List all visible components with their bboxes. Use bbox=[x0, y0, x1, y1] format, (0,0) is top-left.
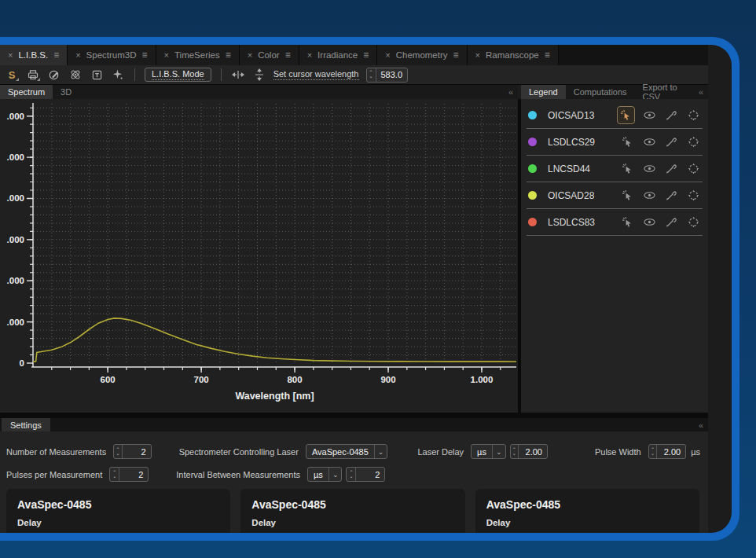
app-window: ×L.I.B.S.≡×Spectrum3D≡×TimeSeries≡×Color… bbox=[0, 45, 732, 533]
spectrometer-card[interactable]: AvaSpec-0485Delay bbox=[475, 489, 699, 533]
svg-text:.000: .000 bbox=[7, 193, 24, 203]
visibility-icon[interactable] bbox=[642, 188, 657, 203]
visibility-icon[interactable] bbox=[642, 161, 657, 176]
stepper-arrows-icon[interactable]: ⌃⌄ bbox=[367, 68, 376, 82]
spectrometer-card[interactable]: AvaSpec-0485Delay bbox=[240, 489, 464, 533]
stepper-arrows-icon[interactable]: ⌃⌄ bbox=[649, 445, 657, 458]
laser-delay-unit-select[interactable]: µs ⌄ bbox=[471, 444, 505, 459]
collapse-panel-icon[interactable]: « bbox=[508, 87, 513, 97]
libs-mode-button[interactable]: L.I.B.S. Mode bbox=[145, 68, 211, 82]
close-icon[interactable]: × bbox=[164, 50, 169, 60]
document-tab-color[interactable]: ×Color≡ bbox=[240, 45, 299, 65]
eyedropper-icon[interactable] bbox=[664, 161, 679, 176]
series-color-dot bbox=[528, 111, 537, 119]
highlight-icon[interactable] bbox=[620, 134, 635, 149]
highlight-icon[interactable] bbox=[620, 215, 635, 229]
number-of-measurements-stepper[interactable]: ⌃⌄ 2 bbox=[113, 444, 151, 459]
card-subtitle: Delay bbox=[17, 518, 219, 527]
text-label-icon[interactable] bbox=[90, 68, 104, 82]
visibility-icon[interactable] bbox=[642, 134, 657, 149]
stepper-arrows-icon[interactable]: ⌃⌄ bbox=[347, 468, 356, 481]
eyedropper-icon[interactable] bbox=[664, 134, 679, 149]
close-icon[interactable]: × bbox=[385, 50, 390, 60]
menu-icon[interactable]: ≡ bbox=[142, 50, 148, 61]
document-tab-libs[interactable]: ×L.I.B.S.≡ bbox=[0, 45, 68, 65]
distribute-vertical-icon[interactable] bbox=[252, 68, 266, 82]
tab-export-to-csv[interactable]: Export to CSV bbox=[635, 85, 699, 99]
interval-unit-select[interactable]: µs ⌄ bbox=[307, 467, 342, 482]
svg-text:Wavelength [nm]: Wavelength [nm] bbox=[235, 391, 314, 402]
document-tab-chemometry[interactable]: ×Chemometry≡ bbox=[377, 45, 467, 65]
autoscale-icon[interactable] bbox=[686, 161, 701, 176]
close-icon[interactable]: × bbox=[475, 50, 480, 60]
highlight-icon[interactable] bbox=[620, 161, 635, 176]
tab-3d[interactable]: 3D bbox=[53, 85, 79, 99]
s-mode-icon[interactable]: S bbox=[5, 68, 19, 82]
chevron-down-icon: ⌄ bbox=[374, 445, 387, 458]
collapse-panel-icon[interactable]: « bbox=[699, 420, 703, 430]
spectrometer-controlling-laser-label: Spectrometer Controlling Laser bbox=[179, 447, 299, 457]
atom-icon[interactable] bbox=[68, 68, 83, 82]
eyedropper-icon[interactable] bbox=[664, 215, 679, 229]
document-tab-spectrum3d[interactable]: ×Spectrum3D≡ bbox=[68, 45, 156, 65]
pulse-width-stepper[interactable]: ⌃⌄ 2.00 bbox=[648, 444, 686, 459]
close-icon[interactable]: × bbox=[8, 50, 13, 60]
annotate-icon[interactable] bbox=[47, 68, 61, 82]
eyedropper-icon[interactable] bbox=[664, 188, 679, 203]
laser-delay-stepper[interactable]: ⌃⌄ 2.00 bbox=[510, 444, 548, 459]
spectrum-chart[interactable]: 6007008009001.0000.000.000.000.000.000.0… bbox=[0, 99, 518, 413]
menu-icon[interactable]: ≡ bbox=[363, 50, 369, 61]
visibility-icon[interactable] bbox=[642, 215, 657, 229]
spectrometer-card[interactable]: AvaSpec-0485Delay bbox=[6, 489, 230, 533]
autoscale-icon[interactable] bbox=[686, 134, 701, 149]
highlight-icon[interactable] bbox=[620, 188, 635, 203]
highlight-icon[interactable] bbox=[617, 106, 635, 124]
main-toolbar: S bbox=[0, 65, 708, 85]
svg-text:.000: .000 bbox=[7, 112, 24, 121]
collapse-panel-icon[interactable]: « bbox=[699, 87, 703, 97]
legend-row: LSDLCS83 bbox=[527, 209, 703, 236]
autoscale-icon[interactable] bbox=[686, 215, 701, 229]
svg-text:600: 600 bbox=[101, 375, 116, 384]
close-icon[interactable]: × bbox=[307, 50, 312, 60]
print-icon[interactable] bbox=[26, 68, 40, 82]
menu-icon[interactable]: ≡ bbox=[53, 50, 59, 61]
spectrum-chart-panel: 6007008009001.0000.000.000.000.000.000.0… bbox=[0, 99, 518, 413]
close-icon[interactable]: × bbox=[248, 50, 252, 60]
stepper-arrows-icon[interactable]: ⌃⌄ bbox=[511, 445, 519, 458]
pulses-per-measurement-stepper[interactable]: ⌃⌄ 2 bbox=[109, 467, 149, 482]
stepper-arrows-icon[interactable]: ⌃⌄ bbox=[114, 445, 122, 458]
visibility-icon[interactable] bbox=[642, 108, 657, 123]
set-cursor-wavelength-label[interactable]: Set cursor wavelength bbox=[273, 69, 359, 80]
eyedropper-icon[interactable] bbox=[664, 108, 679, 123]
card-title: AvaSpec-0485 bbox=[17, 498, 219, 511]
svg-text:800: 800 bbox=[287, 375, 302, 384]
close-icon[interactable]: × bbox=[75, 50, 80, 60]
interval-stepper[interactable]: ⌃⌄ 2 bbox=[346, 467, 385, 482]
tab-computations[interactable]: Computations bbox=[566, 85, 635, 99]
settings-row-1: Number of Measurements ⌃⌄ 2 Spectrometer… bbox=[6, 444, 700, 459]
menu-icon[interactable]: ≡ bbox=[226, 50, 231, 61]
svg-text:.000: .000 bbox=[7, 152, 24, 162]
menu-icon[interactable]: ≡ bbox=[285, 50, 291, 61]
tab-legend[interactable]: Legend bbox=[521, 85, 566, 99]
move-horizontal-icon[interactable] bbox=[231, 68, 245, 82]
series-name: OICSAD28 bbox=[548, 190, 594, 201]
legend-row: LSDLCS29 bbox=[527, 129, 703, 156]
tab-label: Ramanscope bbox=[486, 50, 539, 60]
tab-spectrum[interactable]: Spectrum bbox=[0, 85, 53, 99]
document-tab-ramanscope[interactable]: ×Ramanscope≡ bbox=[468, 45, 559, 65]
document-tab-irradiance[interactable]: ×Irradiance≡ bbox=[299, 45, 378, 65]
cursor-wavelength-stepper[interactable]: ⌃⌄ 583.0 bbox=[366, 68, 409, 83]
settings-row-2: Pulses per Measurement ⌃⌄ 2 Interval Bet… bbox=[6, 467, 700, 482]
tab-settings[interactable]: Settings bbox=[2, 418, 50, 431]
sparkle-icon[interactable] bbox=[111, 68, 125, 82]
menu-icon[interactable]: ≡ bbox=[453, 50, 459, 61]
spectrometer-controlling-laser-select[interactable]: AvaSpec-0485 ⌄ bbox=[306, 444, 388, 459]
stepper-arrows-icon[interactable]: ⌃⌄ bbox=[110, 468, 119, 481]
svg-text:900: 900 bbox=[380, 375, 395, 384]
autoscale-icon[interactable] bbox=[686, 188, 701, 203]
autoscale-icon[interactable] bbox=[686, 108, 701, 123]
menu-icon[interactable]: ≡ bbox=[545, 50, 550, 61]
document-tab-timeseries[interactable]: ×TimeSeries≡ bbox=[156, 45, 240, 65]
